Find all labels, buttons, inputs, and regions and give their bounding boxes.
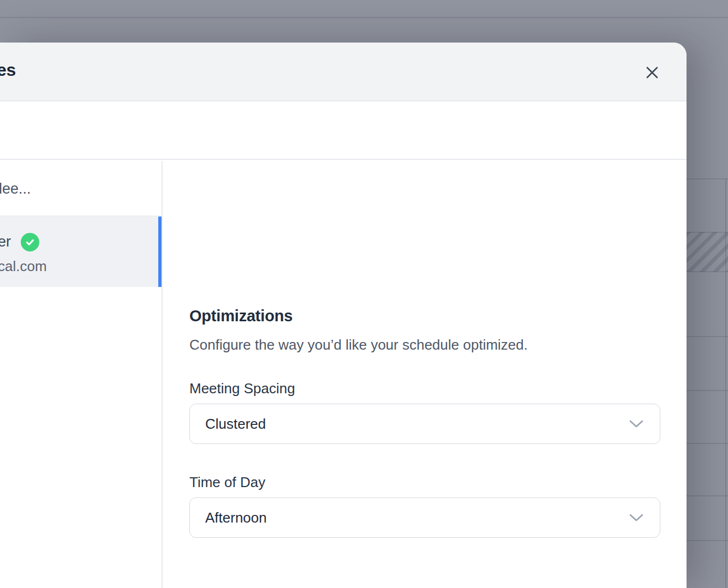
- sidebar-item-label: er: [0, 233, 11, 250]
- sidebar-item-attendee[interactable]: lee...: [0, 161, 162, 217]
- sidebar-item-sublabel: cal.com: [0, 258, 47, 275]
- verified-check-icon: [21, 233, 39, 251]
- calendar-grid-hline: [687, 178, 728, 179]
- optimizations-title: Optimizations: [189, 307, 293, 325]
- screen: es lee... er: [0, 0, 728, 588]
- close-icon: [645, 65, 660, 80]
- chevron-down-icon: [629, 514, 643, 521]
- meeting-spacing-value: Clustered: [205, 416, 266, 433]
- chevron-down-icon: [629, 420, 643, 428]
- calendar-grid-hline: [687, 495, 728, 496]
- settings-sidebar: lee... er cal.com: [0, 161, 163, 588]
- dialog-header: es: [0, 43, 687, 101]
- meeting-spacing-select[interactable]: Clustered: [189, 404, 660, 444]
- meeting-spacing-label: Meeting Spacing: [189, 380, 295, 397]
- close-button[interactable]: [641, 61, 664, 84]
- time-of-day-select[interactable]: Afternoon: [189, 497, 660, 538]
- calendar-grid-hline: [687, 271, 728, 272]
- settings-dialog: es lee... er: [0, 43, 687, 588]
- dialog-title: es: [0, 60, 16, 80]
- sidebar-item-selected[interactable]: er cal.com: [0, 217, 162, 287]
- dialog-toolbar-band: [0, 101, 687, 160]
- calendar-grid-hline: [687, 443, 728, 444]
- calendar-grid-hline: [687, 540, 728, 541]
- background-divider: [0, 17, 728, 18]
- dialog-body: lee... er cal.com Optimizations Configur: [0, 161, 687, 588]
- calendar-grid-hline: [687, 336, 728, 337]
- time-of-day-label: Time of Day: [189, 474, 265, 491]
- selected-accent-bar: [158, 217, 162, 287]
- calendar-grid-hline: [687, 390, 728, 391]
- sidebar-item-label: lee...: [0, 181, 31, 197]
- optimizations-description: Configure the way you’d like your schedu…: [189, 337, 528, 353]
- settings-panel: Optimizations Configure the way you’d li…: [164, 161, 687, 588]
- time-of-day-value: Afternoon: [205, 509, 267, 526]
- calendar-unavailable-stripes: [687, 232, 728, 272]
